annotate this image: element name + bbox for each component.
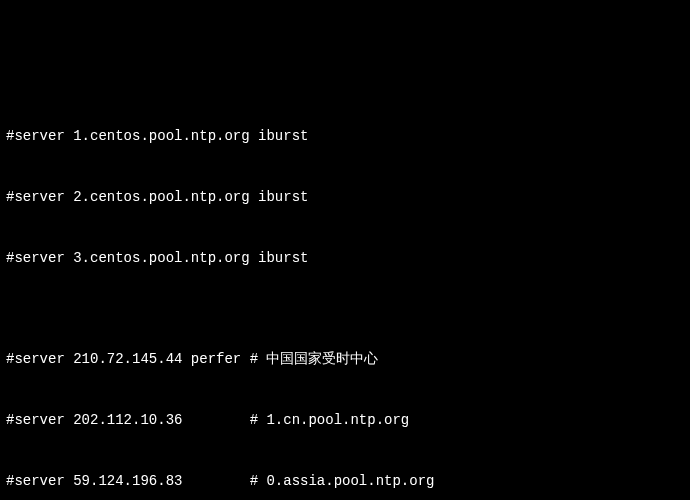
config-line: #server 202.112.10.36 # 1.cn.pool.ntp.or… <box>6 410 684 430</box>
config-line: #server 59.124.196.83 # 0.assia.pool.ntp… <box>6 471 684 491</box>
terminal-output: #server 1.centos.pool.ntp.org iburst #se… <box>6 85 684 500</box>
config-line: #server 2.centos.pool.ntp.org iburst <box>6 187 684 207</box>
config-line: #server 3.centos.pool.ntp.org iburst <box>6 248 684 268</box>
config-line: #server 210.72.145.44 perfer # 中国国家受时中心 <box>6 349 684 369</box>
config-line: #server 1.centos.pool.ntp.org iburst <box>6 126 684 146</box>
